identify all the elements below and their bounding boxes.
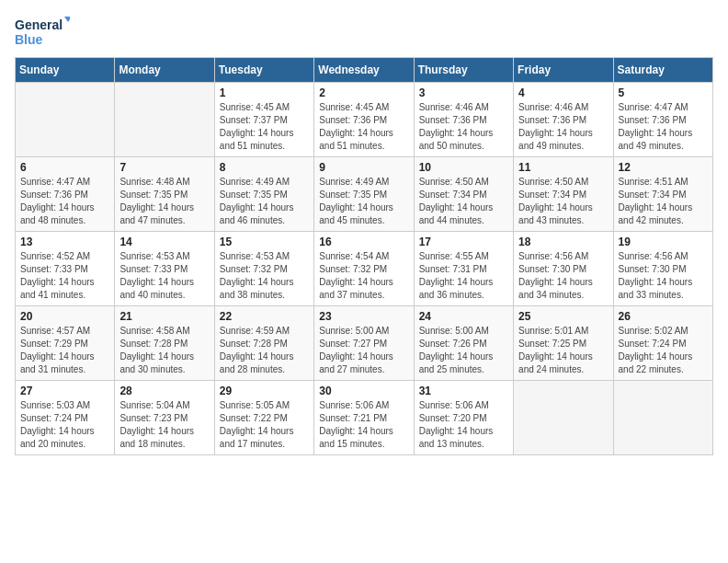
weekday-header-thursday: Thursday: [414, 58, 513, 83]
day-info: Sunrise: 4:47 AM Sunset: 7:36 PM Dayligh…: [20, 176, 109, 227]
calendar-cell: 8Sunrise: 4:49 AM Sunset: 7:35 PM Daylig…: [214, 157, 313, 232]
calendar-cell: [115, 83, 214, 157]
day-info: Sunrise: 4:46 AM Sunset: 7:36 PM Dayligh…: [419, 101, 508, 153]
day-info: Sunrise: 4:45 AM Sunset: 7:36 PM Dayligh…: [319, 101, 408, 153]
calendar-cell: 25Sunrise: 5:01 AM Sunset: 7:25 PM Dayli…: [514, 306, 613, 381]
day-info: Sunrise: 4:51 AM Sunset: 7:34 PM Dayligh…: [619, 176, 708, 227]
week-row-2: 6Sunrise: 4:47 AM Sunset: 7:36 PM Daylig…: [16, 157, 713, 232]
calendar-cell: 31Sunrise: 5:06 AM Sunset: 7:20 PM Dayli…: [414, 381, 513, 455]
day-number: 23: [319, 310, 408, 323]
calendar-cell: 12Sunrise: 4:51 AM Sunset: 7:34 PM Dayli…: [613, 157, 712, 232]
logo-svg: General Blue: [15, 15, 70, 50]
day-number: 31: [419, 385, 508, 397]
week-row-3: 13Sunrise: 4:52 AM Sunset: 7:33 PM Dayli…: [16, 232, 713, 306]
day-info: Sunrise: 4:56 AM Sunset: 7:30 PM Dayligh…: [518, 250, 608, 302]
day-number: 24: [419, 310, 508, 323]
day-number: 19: [619, 236, 708, 248]
day-number: 9: [319, 161, 408, 174]
calendar-cell: [514, 381, 613, 455]
day-info: Sunrise: 4:50 AM Sunset: 7:34 PM Dayligh…: [518, 176, 608, 227]
calendar-cell: 3Sunrise: 4:46 AM Sunset: 7:36 PM Daylig…: [414, 83, 513, 157]
calendar-cell: 30Sunrise: 5:06 AM Sunset: 7:21 PM Dayli…: [314, 381, 414, 455]
day-number: 1: [220, 86, 309, 99]
day-info: Sunrise: 4:45 AM Sunset: 7:37 PM Dayligh…: [220, 101, 309, 153]
day-number: 21: [119, 310, 209, 323]
day-info: Sunrise: 5:05 AM Sunset: 7:22 PM Dayligh…: [220, 399, 309, 451]
day-info: Sunrise: 4:55 AM Sunset: 7:31 PM Dayligh…: [419, 250, 508, 302]
day-info: Sunrise: 5:02 AM Sunset: 7:24 PM Dayligh…: [619, 325, 708, 376]
calendar-cell: 1Sunrise: 4:45 AM Sunset: 7:37 PM Daylig…: [214, 83, 313, 157]
weekday-header-row: SundayMondayTuesdayWednesdayThursdayFrid…: [16, 58, 713, 83]
calendar-cell: [613, 381, 712, 455]
weekday-header-wednesday: Wednesday: [314, 58, 414, 83]
calendar-cell: 5Sunrise: 4:47 AM Sunset: 7:36 PM Daylig…: [613, 83, 712, 157]
calendar-cell: 9Sunrise: 4:49 AM Sunset: 7:35 PM Daylig…: [314, 157, 414, 232]
day-number: 22: [220, 310, 309, 323]
week-row-1: 1Sunrise: 4:45 AM Sunset: 7:37 PM Daylig…: [16, 83, 713, 157]
day-number: 6: [20, 161, 109, 174]
day-number: 30: [319, 385, 408, 397]
week-row-4: 20Sunrise: 4:57 AM Sunset: 7:29 PM Dayli…: [16, 306, 713, 381]
day-number: 16: [319, 236, 408, 248]
weekday-header-tuesday: Tuesday: [214, 58, 313, 83]
calendar-cell: 26Sunrise: 5:02 AM Sunset: 7:24 PM Dayli…: [613, 306, 712, 381]
day-number: 28: [119, 385, 209, 397]
weekday-header-monday: Monday: [115, 58, 214, 83]
calendar-cell: 19Sunrise: 4:56 AM Sunset: 7:30 PM Dayli…: [613, 232, 712, 306]
day-number: 29: [220, 385, 309, 397]
day-info: Sunrise: 4:56 AM Sunset: 7:30 PM Dayligh…: [619, 250, 708, 302]
calendar-cell: 17Sunrise: 4:55 AM Sunset: 7:31 PM Dayli…: [414, 232, 513, 306]
weekday-header-friday: Friday: [514, 58, 613, 83]
calendar-cell: 21Sunrise: 4:58 AM Sunset: 7:28 PM Dayli…: [115, 306, 214, 381]
week-row-5: 27Sunrise: 5:03 AM Sunset: 7:24 PM Dayli…: [16, 381, 713, 455]
svg-text:Blue: Blue: [15, 32, 43, 47]
calendar-cell: 2Sunrise: 4:45 AM Sunset: 7:36 PM Daylig…: [314, 83, 414, 157]
day-info: Sunrise: 5:03 AM Sunset: 7:24 PM Dayligh…: [20, 399, 109, 451]
day-info: Sunrise: 5:01 AM Sunset: 7:25 PM Dayligh…: [518, 325, 608, 376]
day-number: 26: [619, 310, 708, 323]
day-info: Sunrise: 4:59 AM Sunset: 7:28 PM Dayligh…: [220, 325, 309, 376]
calendar-cell: 24Sunrise: 5:00 AM Sunset: 7:26 PM Dayli…: [414, 306, 513, 381]
calendar-cell: 27Sunrise: 5:03 AM Sunset: 7:24 PM Dayli…: [16, 381, 115, 455]
calendar-cell: 13Sunrise: 4:52 AM Sunset: 7:33 PM Dayli…: [16, 232, 115, 306]
day-info: Sunrise: 4:46 AM Sunset: 7:36 PM Dayligh…: [518, 101, 608, 153]
day-info: Sunrise: 4:58 AM Sunset: 7:28 PM Dayligh…: [119, 325, 209, 376]
day-info: Sunrise: 5:04 AM Sunset: 7:23 PM Dayligh…: [119, 399, 209, 451]
day-number: 8: [220, 161, 309, 174]
calendar-cell: 29Sunrise: 5:05 AM Sunset: 7:22 PM Dayli…: [214, 381, 313, 455]
svg-marker-2: [64, 17, 70, 22]
day-number: 10: [419, 161, 508, 174]
logo: General Blue: [15, 15, 70, 50]
day-number: 25: [518, 310, 608, 323]
calendar-cell: 14Sunrise: 4:53 AM Sunset: 7:33 PM Dayli…: [115, 232, 214, 306]
svg-text:General: General: [15, 17, 63, 32]
day-info: Sunrise: 4:57 AM Sunset: 7:29 PM Dayligh…: [20, 325, 109, 376]
day-number: 14: [119, 236, 209, 248]
calendar-cell: 22Sunrise: 4:59 AM Sunset: 7:28 PM Dayli…: [214, 306, 313, 381]
day-number: 15: [220, 236, 309, 248]
day-number: 11: [518, 161, 608, 174]
day-number: 12: [619, 161, 708, 174]
calendar-table: SundayMondayTuesdayWednesdayThursdayFrid…: [15, 57, 713, 455]
day-number: 13: [20, 236, 109, 248]
day-number: 5: [619, 86, 708, 99]
day-info: Sunrise: 4:49 AM Sunset: 7:35 PM Dayligh…: [220, 176, 309, 227]
day-info: Sunrise: 4:47 AM Sunset: 7:36 PM Dayligh…: [619, 101, 708, 153]
day-info: Sunrise: 4:53 AM Sunset: 7:33 PM Dayligh…: [119, 250, 209, 302]
day-number: 4: [518, 86, 608, 99]
day-info: Sunrise: 4:52 AM Sunset: 7:33 PM Dayligh…: [20, 250, 109, 302]
day-number: 20: [20, 310, 109, 323]
calendar-cell: 7Sunrise: 4:48 AM Sunset: 7:35 PM Daylig…: [115, 157, 214, 232]
day-info: Sunrise: 4:48 AM Sunset: 7:35 PM Dayligh…: [119, 176, 209, 227]
day-info: Sunrise: 5:00 AM Sunset: 7:27 PM Dayligh…: [319, 325, 408, 376]
day-number: 2: [319, 86, 408, 99]
day-info: Sunrise: 4:49 AM Sunset: 7:35 PM Dayligh…: [319, 176, 408, 227]
day-info: Sunrise: 4:50 AM Sunset: 7:34 PM Dayligh…: [419, 176, 508, 227]
calendar-cell: [16, 83, 115, 157]
calendar-cell: 4Sunrise: 4:46 AM Sunset: 7:36 PM Daylig…: [514, 83, 613, 157]
day-info: Sunrise: 5:00 AM Sunset: 7:26 PM Dayligh…: [419, 325, 508, 376]
day-info: Sunrise: 4:54 AM Sunset: 7:32 PM Dayligh…: [319, 250, 408, 302]
calendar-cell: 10Sunrise: 4:50 AM Sunset: 7:34 PM Dayli…: [414, 157, 513, 232]
calendar-cell: 18Sunrise: 4:56 AM Sunset: 7:30 PM Dayli…: [514, 232, 613, 306]
calendar-cell: 28Sunrise: 5:04 AM Sunset: 7:23 PM Dayli…: [115, 381, 214, 455]
